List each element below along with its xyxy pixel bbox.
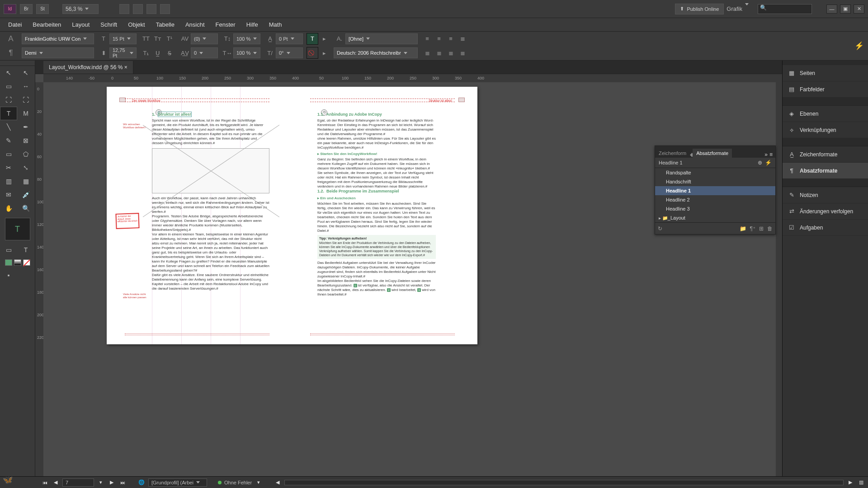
menu-hilfe[interactable]: Hilfe xyxy=(242,19,263,30)
arrange-documents[interactable] xyxy=(160,4,170,14)
type-tool[interactable]: T xyxy=(0,107,17,120)
baseline-input[interactable]: 0 Pt xyxy=(276,33,303,44)
tracking-input[interactable]: 0 xyxy=(191,47,218,58)
justify-right-icon[interactable]: ≣ xyxy=(445,47,457,59)
justify-center-icon[interactable]: ≣ xyxy=(433,47,445,59)
menu-tabelle[interactable]: Tabelle xyxy=(151,19,179,30)
hscroll-right-icon[interactable]: ▶ xyxy=(846,479,854,486)
minimize-button[interactable]: — xyxy=(826,5,837,14)
dock-notizen[interactable]: ✎Notizen xyxy=(783,187,868,203)
quick-apply-icon[interactable]: ⚡ xyxy=(765,160,772,166)
horizontal-ruler[interactable]: 140-500501001502002503003504005010015020… xyxy=(43,74,782,82)
menu-layout[interactable]: Layout xyxy=(67,19,94,30)
preflight-dropdown-icon[interactable]: ▾ xyxy=(255,479,263,486)
style-item[interactable]: Handschrift xyxy=(655,177,775,186)
page-right[interactable]: Struktur ist alles! ⟲ 1.1. Anbindung zu … xyxy=(292,87,477,344)
dock-zeichenformate[interactable]: A̲Zeichenformate xyxy=(783,146,868,163)
vertical-scrollbar[interactable] xyxy=(776,82,782,476)
document-canvas[interactable]: Der ideale Workflow ⟲ Wir wünschen Workf… xyxy=(43,82,776,476)
view-options-1[interactable] xyxy=(119,4,129,14)
close-button[interactable]: ✕ xyxy=(854,5,864,14)
vscale-input[interactable]: 100 % xyxy=(233,33,260,44)
dock-aufgaben[interactable]: ☑Aufgaben xyxy=(783,220,868,236)
page-left[interactable]: Der ideale Workflow ⟲ Wir wünschen Workf… xyxy=(107,87,292,344)
direct-selection-tool[interactable]: ↖ xyxy=(17,66,34,80)
rectangle-tool[interactable]: ▭ xyxy=(0,147,17,161)
style-item[interactable]: Headline 2 xyxy=(655,195,775,204)
allcaps-icon[interactable]: TT xyxy=(140,33,152,45)
style-item[interactable]: Headline 3 xyxy=(655,204,775,213)
free-transform-tool[interactable]: ⤡ xyxy=(17,161,34,174)
menu-objekt[interactable]: Objekt xyxy=(123,19,150,30)
new-style-icon[interactable]: ⊞ xyxy=(759,225,764,232)
stroke-none-icon[interactable]: ⃠ xyxy=(307,47,318,59)
subscript-icon[interactable]: T₁ xyxy=(140,47,152,59)
justify-left-icon[interactable]: ≣ xyxy=(421,47,433,59)
text-frame-right[interactable]: 1.1. Anbindung zu Adobe InCopy Egal, ob … xyxy=(317,112,436,297)
new-folder-icon[interactable]: 📁 xyxy=(740,225,746,232)
note-tool[interactable]: ✉ xyxy=(0,188,17,202)
style-item[interactable]: Randspalte xyxy=(655,168,775,177)
justify-all-icon[interactable]: ≣ xyxy=(457,47,468,59)
smallcaps-icon[interactable]: Tᴛ xyxy=(152,33,164,45)
panel-menu-icon[interactable]: ≡ xyxy=(769,151,773,158)
hscroll-left-icon[interactable]: ◀ xyxy=(274,479,282,486)
font-size-input[interactable]: 15 Pt xyxy=(109,33,137,44)
gap-tool[interactable]: ↔ xyxy=(17,80,34,93)
dock-farbfelder[interactable]: ▤Farbfelder xyxy=(783,81,868,98)
next-page-button[interactable]: ▶ xyxy=(108,479,116,486)
rectangle-frame-tool[interactable]: ⊠ xyxy=(17,134,34,147)
content-placer-tool[interactable]: ⛶ xyxy=(17,93,34,107)
prev-page-button[interactable]: ◀ xyxy=(52,479,60,486)
vertical-ruler[interactable]: 020406080100120140160180200220 xyxy=(35,82,43,476)
superscript-icon[interactable]: T¹ xyxy=(164,33,175,45)
workspace-switcher[interactable]: Grafik xyxy=(726,5,749,12)
gradient-feather-tool[interactable]: ▦ xyxy=(17,174,34,188)
format-text-icon[interactable]: T xyxy=(17,243,34,257)
stroke-popup-icon[interactable]: ▸ xyxy=(318,47,330,59)
panel-collapse-icon[interactable]: » xyxy=(764,151,768,158)
delete-style-icon[interactable]: 🗑 xyxy=(767,225,773,232)
tab-absatzformate[interactable]: Absatzformate xyxy=(693,149,732,158)
scissors-tool[interactable]: ✂ xyxy=(0,161,17,174)
char-format-toggle[interactable]: A xyxy=(4,32,18,46)
preflight-profile-dropdown[interactable]: [Grundprofil] (Arbei xyxy=(148,479,207,487)
skew-input[interactable]: 0° xyxy=(276,47,303,58)
new-style-icon[interactable]: ⊕ xyxy=(758,160,762,166)
menu-bearbeiten[interactable]: Bearbeiten xyxy=(28,19,66,30)
paragraph-style-list[interactable]: Randspalte Handschrift Headline 1 Headli… xyxy=(655,168,775,222)
pencil-tool[interactable]: ✎ xyxy=(0,134,17,147)
kerning-input[interactable]: (0) xyxy=(191,33,218,44)
eyedropper-tool[interactable]: 💉 xyxy=(17,188,34,202)
para-format-toggle[interactable]: ¶ xyxy=(4,46,18,61)
math-tool[interactable]: M xyxy=(17,107,34,120)
menu-fenster[interactable]: Fenster xyxy=(211,19,240,30)
content-collector-tool[interactable]: ⛶ xyxy=(0,93,17,107)
gradient-tool[interactable]: ▥ xyxy=(0,174,17,188)
underline-icon[interactable]: U̲ xyxy=(152,47,164,59)
font-weight-dropdown[interactable]: Demi xyxy=(22,47,94,58)
search-input[interactable]: 🔍 xyxy=(758,4,812,14)
format-container-icon[interactable]: ▭ xyxy=(0,243,17,257)
dock-seiten[interactable]: ▦Seiten xyxy=(783,65,868,81)
tab-close-icon[interactable]: × xyxy=(124,64,127,70)
pen-tool[interactable]: ✒ xyxy=(17,120,34,134)
menu-datei[interactable]: Datei xyxy=(4,19,26,30)
language-dropdown[interactable]: Deutsch: 2006 Rechtschreibr xyxy=(334,47,418,58)
view-options-2[interactable] xyxy=(133,4,143,14)
quick-apply-icon[interactable]: ⚡ xyxy=(852,39,866,53)
publish-online-button[interactable]: ⬆Publish Online xyxy=(675,4,724,14)
view-mode-icon[interactable]: ▪ xyxy=(0,268,17,282)
page-number-input[interactable]: 7 xyxy=(62,479,94,487)
hand-tool[interactable]: ✋ xyxy=(0,202,17,215)
style-item-selected[interactable]: Headline 1 xyxy=(655,186,775,195)
polygon-tool[interactable]: ⬠ xyxy=(17,147,34,161)
align-right-icon[interactable]: ≡ xyxy=(445,33,457,45)
align-left-icon[interactable]: ≡ xyxy=(421,33,433,45)
menu-math[interactable]: Math xyxy=(264,19,287,30)
line-tool[interactable]: ╲ xyxy=(0,120,17,134)
last-page-button[interactable]: ⏭ xyxy=(118,479,127,486)
fill-stroke-proxy[interactable]: T xyxy=(5,218,30,240)
fill-popup-icon[interactable]: ▸ xyxy=(318,33,330,45)
text-frame-left[interactable]: 1. Struktur ist alles! Spricht man von e… xyxy=(152,112,269,291)
